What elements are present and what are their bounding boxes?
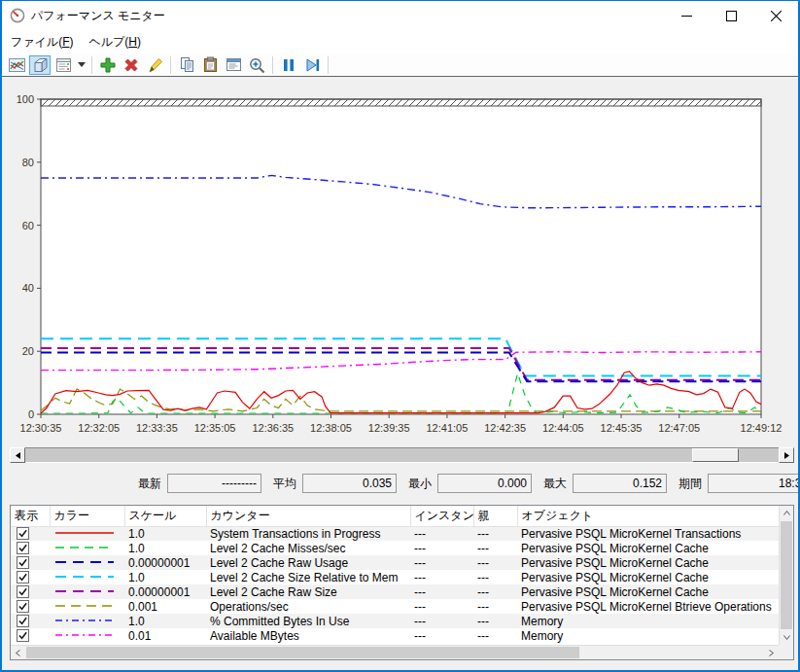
scroll-up-button[interactable] (780, 506, 793, 520)
maximum-label: 最大 (543, 476, 567, 492)
legend-hscroll-thumb[interactable] (26, 647, 579, 658)
performance-monitor-window: パフォーマンス モニター ファイル(F) ヘルプ(H) (0, 0, 800, 672)
x-axis-label: 12:35:05 (194, 422, 236, 434)
scroll-down-button[interactable] (780, 630, 793, 645)
clipboard-icon (202, 56, 219, 73)
instance-cell: --- (410, 584, 473, 599)
scale-cell: 1.0 (124, 526, 206, 541)
counter-row[interactable]: 1.0System Transactions in Progress------… (11, 526, 779, 541)
counter-row[interactable]: 0.001Operations/sec------Pervasive PSQL … (11, 599, 779, 614)
check-icon (17, 543, 28, 553)
column-header[interactable]: スケール (124, 506, 206, 526)
chart-scrollbar-track[interactable] (25, 447, 779, 463)
view-chart-button[interactable] (6, 55, 27, 75)
close-icon (771, 11, 782, 21)
counter-row[interactable]: 1.0% Committed Bytes In Use------Memory (11, 614, 779, 628)
column-header[interactable]: オブジェクト (517, 506, 779, 526)
scale-cell: 1.0 (124, 541, 206, 555)
y-axis-label: 80 (22, 157, 34, 168)
counter-cell: Operations/sec (206, 599, 410, 614)
x-axis-label: 12:44:05 (542, 422, 584, 434)
color-sample (53, 616, 116, 625)
show-checkbox[interactable] (17, 600, 29, 613)
column-header[interactable]: 表示 (11, 506, 50, 526)
view-dropdown-button[interactable] (75, 55, 87, 75)
scale-cell: 0.00000001 (124, 584, 206, 599)
window-title: パフォーマンス モニター (31, 8, 165, 24)
x-axis-label: 12:45:35 (601, 422, 643, 434)
instance-cell: --- (410, 555, 473, 570)
maximize-icon (726, 11, 737, 21)
scroll-right-button[interactable] (764, 646, 779, 659)
legend-horizontal-scrollbar[interactable] (11, 645, 779, 659)
view-report-button[interactable] (52, 55, 74, 75)
add-counter-button[interactable] (97, 55, 119, 75)
parent-cell: --- (473, 526, 517, 541)
freeze-display-button[interactable] (278, 55, 299, 75)
x-axis-label: 12:32:05 (78, 422, 120, 434)
legend-vscroll-thumb[interactable] (781, 521, 792, 629)
show-checkbox[interactable] (17, 527, 29, 540)
counter-cell: Level 2 Cache Raw Usage (206, 555, 410, 570)
column-header[interactable]: インスタンス (410, 506, 473, 526)
show-checkbox[interactable] (17, 542, 29, 554)
column-header[interactable]: 親 (473, 506, 517, 526)
instance-cell: --- (410, 628, 473, 643)
show-checkbox[interactable] (17, 556, 29, 569)
copy-properties-button[interactable] (176, 55, 197, 75)
close-button[interactable] (753, 1, 798, 30)
instance-cell: --- (410, 541, 473, 555)
counter-row[interactable]: 0.00000001Level 2 Cache Raw Size------Pe… (11, 584, 779, 599)
highlight-button[interactable] (144, 55, 165, 75)
check-icon (17, 616, 28, 626)
column-header[interactable]: カウンター (206, 506, 410, 526)
view-histogram-button[interactable] (29, 55, 51, 75)
delete-counter-button[interactable] (121, 55, 142, 75)
line-chart-icon (9, 57, 25, 73)
minimize-button[interactable] (664, 1, 709, 30)
latest-label: 最新 (138, 476, 161, 492)
scale-cell: 0.00000001 (124, 555, 206, 570)
counter-cell: Level 2 Cache Size Relative to Mem (206, 570, 410, 584)
scroll-right-button[interactable] (779, 447, 794, 463)
x-axis-label: 12:47:05 (658, 422, 700, 434)
counter-row[interactable]: 1.0Level 2 Cache Size Relative to Mem---… (11, 570, 779, 584)
counter-cell: Level 2 Cache Misses/sec (206, 541, 410, 555)
menu-help[interactable]: ヘルプ(H) (88, 31, 149, 53)
legend-vertical-scrollbar[interactable] (779, 506, 793, 645)
counter-row[interactable]: 0.01Available MBytes------Memory (11, 628, 779, 643)
show-checkbox[interactable] (17, 571, 29, 584)
copy-icon (179, 56, 195, 73)
properties-button[interactable] (223, 55, 244, 75)
color-sample (53, 543, 116, 552)
show-checkbox[interactable] (17, 615, 29, 627)
y-axis-label: 40 (22, 282, 34, 294)
update-data-button[interactable] (301, 55, 323, 75)
arrow-right-icon (784, 452, 789, 459)
paste-counter-list-button[interactable] (199, 55, 221, 75)
titlebar: パフォーマンス モニター (2, 1, 798, 30)
parent-cell: --- (473, 584, 517, 599)
instance-cell: --- (410, 599, 473, 614)
counter-table: 表示カラースケールカウンターインスタンス親オブジェクト 1.0System Tr… (11, 506, 779, 643)
scroll-left-button[interactable] (10, 447, 25, 463)
zoom-button[interactable] (246, 55, 267, 75)
counter-cell: % Committed Bytes In Use (206, 614, 410, 628)
counter-row[interactable]: 0.00000001Level 2 Cache Raw Usage------P… (11, 555, 779, 570)
scroll-left-button[interactable] (11, 646, 25, 659)
performance-chart: 02040608010012:30:3512:32:0512:33:3512:3… (2, 78, 800, 447)
maximize-button[interactable] (709, 1, 753, 30)
app-icon (10, 8, 25, 23)
counter-row[interactable]: 1.0Level 2 Cache Misses/sec------Pervasi… (11, 541, 779, 555)
chevron-down-icon (78, 62, 86, 67)
chart-scrollbar-thumb[interactable] (692, 448, 739, 462)
show-checkbox[interactable] (17, 629, 29, 642)
y-axis-label: 60 (22, 220, 34, 231)
parent-cell: --- (473, 541, 517, 555)
column-header[interactable]: カラー (50, 506, 124, 526)
menu-file[interactable]: ファイル(F) (11, 31, 81, 53)
show-checkbox[interactable] (17, 585, 29, 598)
scrollbar-corner (779, 645, 793, 659)
object-cell: Pervasive PSQL MicroKernel Cache (517, 555, 779, 570)
x-axis-label: 12:33:35 (136, 422, 178, 434)
